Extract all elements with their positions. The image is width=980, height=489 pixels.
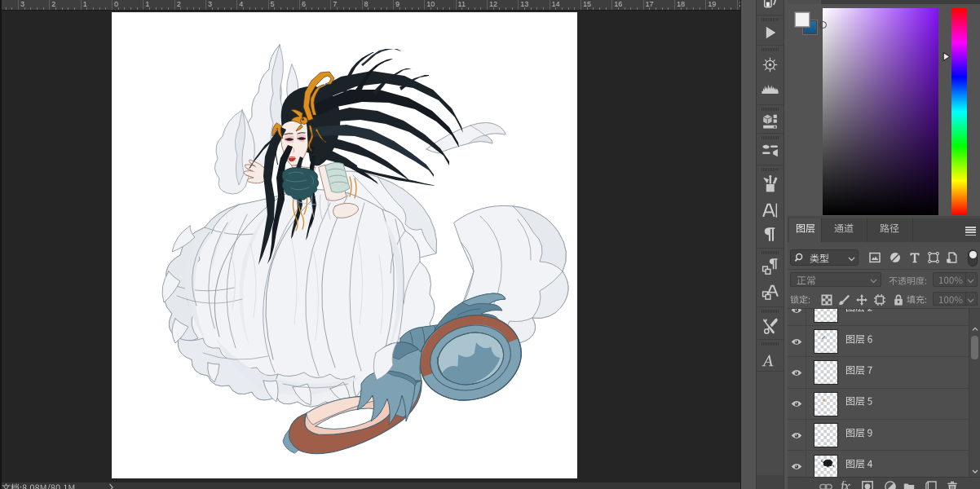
ruler-major-tick: [143, 0, 143, 11]
layer-name[interactable]: [845, 365, 873, 380]
chevron-down-icon: [870, 279, 877, 284]
panel-group-grip[interactable]: [761, 251, 779, 254]
panel-menu-icon[interactable]: [965, 227, 976, 236]
panel-group-grip[interactable]: [761, 168, 779, 171]
layer-thumbnail[interactable]: [814, 329, 838, 354]
panel-group-grip[interactable]: [761, 48, 779, 51]
ruler-major-tick: [112, 0, 113, 11]
window-left-edge: [0, 0, 2, 489]
character-panel-button[interactable]: [760, 200, 780, 221]
scroll-down-icon[interactable]: [972, 469, 978, 474]
horizontal-ruler[interactable]: 32101234567891011121314151617181920: [0, 0, 740, 11]
glyphs-panel-button[interactable]: [760, 349, 780, 369]
layer-row[interactable]: [788, 452, 969, 478]
panel-group-grip[interactable]: [761, 310, 779, 313]
ruler-minor-tick: [30, 7, 31, 10]
canvas-workspace[interactable]: 32101234567891011121314151617181920: [0, 0, 740, 489]
new-layer-button[interactable]: [925, 481, 938, 489]
clone-source-button[interactable]: [760, 0, 780, 14]
new-adjustment-layer-button[interactable]: [885, 481, 897, 489]
filter-by-type-button[interactable]: [908, 251, 921, 264]
layer-name[interactable]: [845, 309, 873, 317]
layer-thumbnail-art: [814, 309, 839, 324]
color-field[interactable]: [823, 8, 938, 215]
histogram-button[interactable]: [760, 77, 780, 98]
status-bar: [0, 482, 740, 489]
layer-filter-type-select[interactable]: [790, 249, 859, 266]
brush-presets-button[interactable]: [760, 174, 780, 194]
ruler-minor-tick: [156, 7, 157, 10]
paragraph-styles-button[interactable]: [760, 257, 780, 277]
link-layers-button[interactable]: [819, 481, 832, 489]
lock-transparent-pixels-button[interactable]: [821, 294, 832, 306]
layer-row[interactable]: [788, 309, 969, 326]
panel-group-grip[interactable]: [761, 342, 779, 346]
lock-position-button[interactable]: [856, 294, 867, 306]
tool-presets-button[interactable]: [760, 315, 780, 336]
layer-row[interactable]: [788, 389, 969, 420]
layer-list-scrollbar[interactable]: [969, 309, 980, 477]
navigator-wheel-button[interactable]: [760, 55, 780, 75]
fill-input[interactable]: [933, 292, 978, 306]
layer-visibility-toggle[interactable]: [788, 326, 806, 356]
lock-artboard-button[interactable]: [874, 294, 885, 306]
layer-thumbnail[interactable]: [814, 309, 838, 323]
ruler-major-tick: [705, 0, 706, 11]
document-canvas[interactable]: [112, 12, 577, 478]
ruler-minor-tick: [231, 7, 232, 10]
layer-visibility-toggle[interactable]: [788, 420, 806, 450]
layer-visibility-toggle[interactable]: [788, 357, 806, 387]
ruler-major-tick: [643, 0, 644, 11]
hue-slider-marker[interactable]: [942, 51, 951, 62]
scrollbar-thumb[interactable]: [971, 336, 978, 359]
lock-all-button[interactable]: [893, 294, 904, 306]
layer-thumbnail[interactable]: [814, 392, 838, 416]
layer-row[interactable]: [788, 420, 969, 451]
ruler-major-tick: [362, 0, 363, 11]
filter-by-shape-button[interactable]: [927, 251, 940, 264]
layer-filter-switch[interactable]: [968, 249, 978, 267]
3d-panel-button[interactable]: [760, 110, 780, 130]
layer-visibility-toggle[interactable]: [788, 452, 806, 478]
add-layer-mask-button[interactable]: [862, 481, 874, 489]
opacity-input[interactable]: [933, 272, 978, 287]
layer-thumbnail[interactable]: [814, 455, 838, 478]
lock-artboard-icon: [874, 294, 885, 306]
ruler-major-tick: [330, 0, 331, 11]
blend-mode-select[interactable]: [790, 272, 881, 287]
layer-visibility-toggle[interactable]: [788, 389, 806, 419]
layer-visibility-toggle[interactable]: [788, 309, 806, 325]
layer-row[interactable]: [788, 357, 969, 388]
brush-settings-button[interactable]: [760, 139, 780, 160]
new-group-button[interactable]: [903, 481, 916, 489]
layer-thumbnail[interactable]: [814, 360, 838, 385]
ruler-minor-tick: [731, 7, 731, 10]
layer-thumbnail[interactable]: [814, 423, 838, 447]
filter-by-image-button[interactable]: [868, 251, 881, 264]
delete-layer-button[interactable]: [947, 481, 959, 489]
paragraph-panel-button[interactable]: [760, 224, 780, 244]
layer-style-button[interactable]: [841, 481, 853, 489]
filter-by-smart-object-button[interactable]: [945, 251, 958, 264]
layer-name[interactable]: [845, 334, 873, 349]
scroll-up-icon[interactable]: [972, 327, 978, 332]
actions-play-button[interactable]: [760, 23, 780, 43]
ruler-minor-tick: [374, 7, 375, 10]
layer-row[interactable]: [788, 326, 969, 357]
tab-paths[interactable]: [867, 218, 912, 242]
ruler-major-tick: [674, 0, 675, 11]
hue-slider[interactable]: [951, 8, 967, 215]
layer-name[interactable]: [845, 459, 873, 474]
tab-channels[interactable]: [821, 218, 867, 242]
filter-by-adjustment-button[interactable]: [889, 251, 902, 264]
tab-layers[interactable]: [789, 218, 821, 242]
layer-name[interactable]: [845, 396, 873, 411]
lock-image-pixels-button[interactable]: [838, 294, 850, 306]
layer-name[interactable]: [845, 428, 873, 443]
character-styles-button[interactable]: [760, 282, 780, 302]
panel-group-grip[interactable]: [761, 18, 779, 21]
foreground-color-swatch[interactable]: [794, 11, 810, 28]
ruler-minor-tick: [137, 7, 138, 10]
color-field-marker[interactable]: [819, 21, 827, 29]
status-chevron-icon[interactable]: [109, 483, 114, 489]
